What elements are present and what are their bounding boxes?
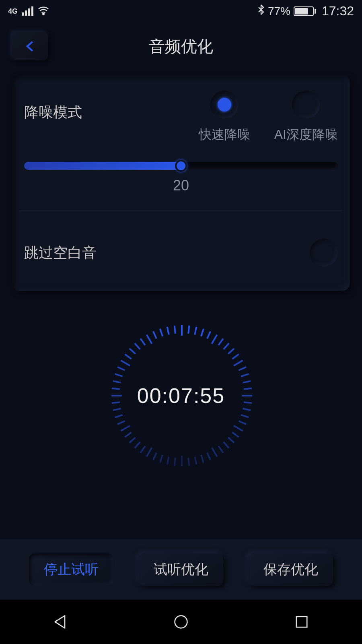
radio-unselected-icon xyxy=(292,91,320,119)
page-title: 音频优化 xyxy=(0,35,362,58)
battery-pct: 77% xyxy=(268,5,290,18)
svg-point-1 xyxy=(175,616,187,628)
radio-selected-icon xyxy=(210,91,239,119)
skip-silence-label: 跳过空白音 xyxy=(24,243,97,263)
skip-silence-toggle[interactable] xyxy=(310,239,338,267)
timer-display: 00:07:55 xyxy=(137,384,225,408)
nav-home-button[interactable] xyxy=(172,613,190,631)
bottom-actions: 停止试听 试听优化 保存优化 xyxy=(0,539,362,600)
noise-slider-value: 20 xyxy=(24,177,338,194)
divider xyxy=(20,210,342,211)
noise-mode-fast-option[interactable]: 快速降噪 xyxy=(199,91,250,144)
noise-mode-fast-label: 快速降噪 xyxy=(199,126,250,144)
bluetooth-icon xyxy=(257,4,265,18)
stop-preview-button[interactable]: 停止试听 xyxy=(29,553,113,586)
skip-silence-row: 跳过空白音 xyxy=(24,239,338,267)
noise-mode-ai-option[interactable]: AI深度降噪 xyxy=(274,91,338,144)
slider-thumb[interactable] xyxy=(175,160,187,172)
clock: 17:32 xyxy=(322,4,354,19)
preview-label: 试听优化 xyxy=(154,560,208,579)
status-bar: 4G 77% 17:32 xyxy=(0,0,362,22)
signal-icon xyxy=(22,6,33,16)
preview-button[interactable]: 试听优化 xyxy=(139,553,223,586)
save-button[interactable]: 保存优化 xyxy=(249,553,333,586)
battery-icon xyxy=(294,6,316,16)
svg-rect-2 xyxy=(296,617,307,627)
wifi-icon xyxy=(37,5,49,18)
back-button[interactable] xyxy=(12,32,48,60)
network-label: 4G xyxy=(8,8,18,15)
timer-section: 00:07:55 xyxy=(0,315,362,476)
chevron-left-icon xyxy=(23,39,37,53)
noise-mode-row: 降噪模式 快速降噪 AI深度降噪 xyxy=(24,91,338,144)
noise-mode-label: 降噪模式 xyxy=(24,91,82,122)
nav-recent-button[interactable] xyxy=(293,613,311,631)
timer-dial: 00:07:55 xyxy=(101,315,261,476)
system-nav-bar xyxy=(0,600,362,644)
svg-point-0 xyxy=(43,13,44,14)
stop-preview-label: 停止试听 xyxy=(44,560,99,579)
nav-back-button[interactable] xyxy=(51,613,69,631)
header: 音频优化 xyxy=(0,22,362,70)
noise-slider[interactable] xyxy=(24,162,338,170)
noise-mode-ai-label: AI深度降噪 xyxy=(274,126,338,144)
slider-fill xyxy=(24,162,181,170)
settings-panel: 降噪模式 快速降噪 AI深度降噪 20 跳过空白音 xyxy=(12,74,350,291)
save-label: 保存优化 xyxy=(263,560,318,579)
